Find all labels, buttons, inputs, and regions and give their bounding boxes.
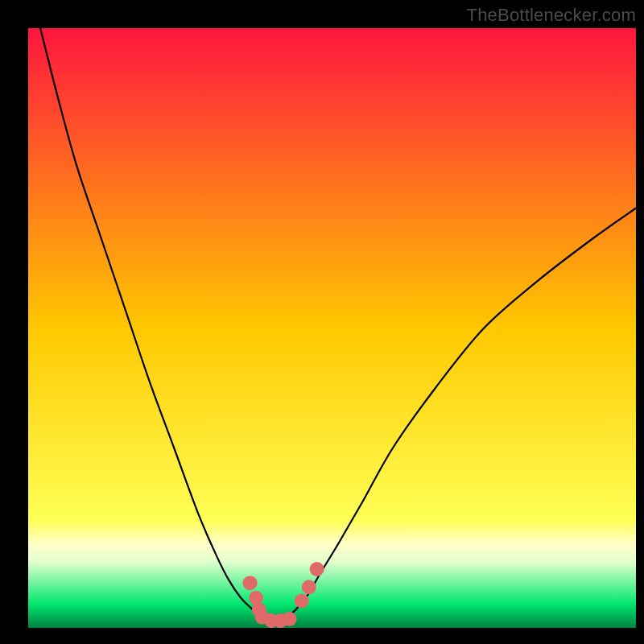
watermark-text: TheBottlenecker.com (467, 5, 636, 26)
highlight-dot (302, 580, 316, 594)
plot-background (28, 28, 636, 628)
highlight-dot (243, 576, 258, 590)
highlight-dot (283, 612, 297, 626)
bottleneck-chart (0, 0, 644, 644)
highlight-dot (310, 562, 324, 576)
highlight-dot (295, 593, 309, 608)
